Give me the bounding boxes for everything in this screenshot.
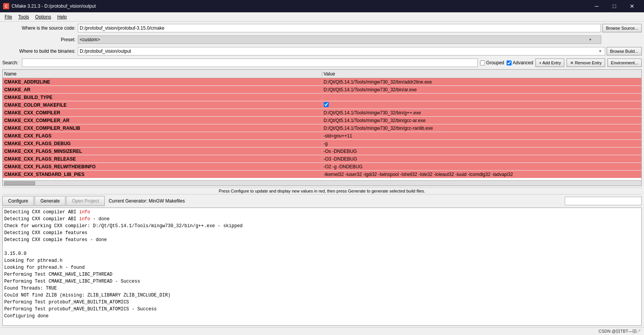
cell-value: D:/Qt/Qt5.14.1/Tools/mingw730_32/bin/gcc…: [322, 118, 642, 123]
cell-value: -lkernel32 -luser32 -lgdi32 -lwinspool -…: [322, 172, 642, 177]
minimize-button[interactable]: ─: [588, 0, 606, 12]
browse-source-button[interactable]: Browse Source...: [602, 24, 642, 32]
log-highlight: info: [79, 216, 90, 222]
cell-value: D:/Qt/Qt5.14.1/Tools/mingw730_32/bin/ar.…: [322, 87, 642, 92]
bottom-status-bar: CSDN @旧TBT—旧↗: [0, 327, 644, 335]
configure-button[interactable]: Configure: [2, 196, 34, 206]
cell-value: D:/Qt/Qt5.14.1/Tools/mingw730_32/bin/add…: [322, 79, 642, 85]
cell-value: -std=gnu++11: [322, 133, 642, 139]
log-line: Looking for pthread.h: [4, 257, 640, 264]
log-line: Could NOT find ZLIB (missing: ZLIB_LIBRA…: [4, 292, 640, 299]
open-project-button[interactable]: Open Project: [66, 196, 105, 206]
cell-name: CMAKE_CXX_FLAGS_MINSIZEREL: [3, 149, 322, 154]
advanced-checkbox-label[interactable]: Advanced: [507, 60, 533, 65]
remove-entry-button[interactable]: ✕ Remove Entry: [567, 59, 605, 67]
table-row[interactable]: CMAKE_CXX_FLAGS_MINSIZEREL-Os -DNDEBUG: [3, 147, 641, 155]
close-button[interactable]: ✕: [623, 0, 641, 12]
table-header: Name Value: [3, 70, 641, 78]
add-entry-button[interactable]: + Add Entry: [535, 59, 564, 67]
cell-name: CMAKE_COLOR_MAKEFILE: [3, 102, 322, 108]
build-label: Where to build the binaries:: [2, 49, 75, 54]
table-row[interactable]: CMAKE_CXX_FLAGS_RELWITHDEBINFO-O2 -g -DN…: [3, 163, 641, 171]
cell-value: D:/Qt/Qt5.14.1/Tools/mingw730_32/bin/gcc…: [322, 126, 642, 131]
table-row[interactable]: CMAKE_CXX_STANDARD_LIB_PIES-lkernel32 -l…: [3, 171, 641, 178]
log-line: Check for working CXX compiler: D:/Qt/Qt…: [4, 223, 640, 229]
bottom-status-text: CSDN @旧TBT—旧↗: [599, 328, 641, 334]
build-dropdown[interactable]: D:/protobuf_vision/output: [78, 47, 605, 55]
build-row: Where to build the binaries: D:/protobuf…: [2, 46, 642, 56]
generator-text: Current Generator: MinGW Makefiles: [109, 198, 185, 204]
menu-options[interactable]: Options: [32, 13, 54, 20]
log-highlight: info: [79, 209, 90, 215]
table-row[interactable]: CMAKE_CXX_FLAGS-std=gnu++11: [3, 132, 641, 140]
log-line: Looking for pthread.h - found: [4, 264, 640, 271]
table-row[interactable]: CMAKE_CXX_FLAGS_DEBUG-g: [3, 140, 641, 147]
table-row[interactable]: CMAKE_CXX_COMPILER_RANLIBD:/Qt/Qt5.14.1/…: [3, 124, 641, 132]
menu-tools[interactable]: Tools: [15, 13, 32, 20]
search-input[interactable]: [22, 59, 478, 67]
table-row[interactable]: CMAKE_CXX_FLAGS_RELEASE-O3 -DNDEBUG: [3, 155, 641, 163]
log-line: 3.15.0.0: [4, 250, 640, 257]
cell-checkbox-input[interactable]: [324, 102, 329, 107]
status-message: Press Configure to update and display ne…: [219, 189, 425, 193]
toolbar: Search: Grouped Advanced + Add Entry ✕ R…: [2, 58, 642, 68]
table-body: CMAKE_ADDR2LINED:/Qt/Qt5.14.1/Tools/ming…: [3, 78, 641, 178]
table-row[interactable]: CMAKE_ARD:/Qt/Qt5.14.1/Tools/mingw730_32…: [3, 86, 641, 94]
cmake-table: Name Value CMAKE_ADDR2LINED:/Qt/Qt5.14.1…: [2, 69, 642, 186]
log-output[interactable]: Detecting CXX compiler ABI infoDetecting…: [2, 208, 642, 326]
log-line: Found Threads: TRUE: [4, 285, 640, 292]
search-label: Search:: [2, 60, 18, 65]
log-line: Performing Test protobuf_HAVE_BUILTIN_AT…: [4, 299, 640, 306]
window-title: CMake 3.21.3 - D:/protobuf_vision/output: [12, 3, 588, 9]
cell-value: -O2 -g -DNDEBUG: [322, 164, 642, 169]
name-column-header: Name: [3, 71, 322, 77]
log-line: Detecting CXX compiler ABI info: [4, 209, 640, 216]
build-dropdown-wrapper: D:/protobuf_vision/output: [78, 47, 605, 55]
preset-row: Preset: <custom>: [2, 35, 642, 45]
advanced-label: Advanced: [513, 60, 533, 65]
environment-button[interactable]: Environment...: [607, 59, 642, 67]
cell-name: CMAKE_CXX_COMPILER_AR: [3, 118, 322, 123]
grouped-checkbox[interactable]: [480, 60, 485, 65]
log-line: Performing Test protobuf_HAVE_BUILTIN_AT…: [4, 306, 640, 313]
log-line: Detecting CXX compiler ABI info - done: [4, 216, 640, 223]
cell-name: CMAKE_CXX_FLAGS: [3, 133, 322, 139]
cell-value: -Os -DNDEBUG: [322, 149, 642, 154]
log-line: Configuring done: [4, 313, 640, 320]
advanced-checkbox[interactable]: [507, 60, 512, 65]
app-icon: C: [3, 3, 9, 9]
grouped-checkbox-label[interactable]: Grouped: [480, 60, 504, 65]
log-line: Performing Test CMAKE_HAVE_LIBC_PTHREAD …: [4, 278, 640, 285]
cell-value[interactable]: [322, 102, 642, 108]
search-box-right: [185, 197, 642, 205]
table-row[interactable]: CMAKE_COLOR_MAKEFILE: [3, 101, 641, 109]
table-row[interactable]: CMAKE_CXX_COMPILERD:/Qt/Qt5.14.1/Tools/m…: [3, 109, 641, 117]
log-line: Performing Test CMAKE_HAVE_LIBC_PTHREAD: [4, 271, 640, 278]
log-line: Detecting CXX compile features: [4, 229, 640, 236]
bottom-search-input[interactable]: [565, 197, 642, 205]
title-bar: C CMake 3.21.3 - D:/protobuf_vision/outp…: [0, 0, 644, 12]
cell-name: CMAKE_CXX_STANDARD_LIB_PIES: [3, 172, 322, 177]
value-column-header: Value: [322, 71, 642, 77]
table-row[interactable]: CMAKE_BUILD_TYPE: [3, 94, 641, 101]
horizontal-scrollbar[interactable]: [3, 180, 641, 186]
menu-bar: File Tools Options Help: [0, 12, 644, 22]
table-row[interactable]: CMAKE_ADDR2LINED:/Qt/Qt5.14.1/Tools/ming…: [3, 78, 641, 86]
cell-value: -g: [322, 141, 642, 146]
source-label: Where is the source code:: [2, 25, 75, 31]
cell-value: -O3 -DNDEBUG: [322, 156, 642, 162]
restore-button[interactable]: □: [606, 0, 623, 12]
source-input[interactable]: [78, 24, 601, 32]
menu-file[interactable]: File: [2, 13, 15, 20]
table-row[interactable]: CMAKE_CXX_COMPILER_ARD:/Qt/Qt5.14.1/Tool…: [3, 117, 641, 124]
table-scroll-area[interactable]: CMAKE_ADDR2LINED:/Qt/Qt5.14.1/Tools/ming…: [3, 78, 641, 180]
menu-help[interactable]: Help: [54, 13, 70, 20]
cell-value: D:/Qt/Qt5.14.1/Tools/mingw730_32/bin/g++…: [322, 110, 642, 116]
generate-button[interactable]: Generate: [35, 196, 65, 206]
log-line: [4, 243, 640, 250]
preset-label: Preset:: [2, 37, 75, 42]
cell-name: CMAKE_AR: [3, 87, 322, 92]
cell-name: CMAKE_BUILD_TYPE: [3, 95, 322, 100]
browse-build-button[interactable]: Browse Build...: [607, 47, 642, 55]
preset-select[interactable]: <custom>: [78, 35, 601, 44]
